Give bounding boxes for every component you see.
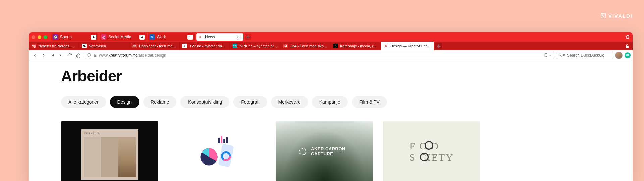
padlock-icon <box>93 53 97 57</box>
workspace-label: Social Media <box>108 35 137 39</box>
workspace-tab[interactable]: V Work 9 <box>148 33 195 41</box>
browser-window: ⚽ Sports 4 ◎ Social Media 4 V Work 9 K N… <box>29 32 633 181</box>
workspace-icon: ◎ <box>101 34 106 40</box>
tab-label: NRK.no – nyheter, tv og ra <box>239 44 277 48</box>
home-button[interactable] <box>74 51 83 59</box>
sync-indicator[interactable]: m <box>625 52 631 58</box>
svg-point-12 <box>305 152 306 153</box>
lock-icon <box>625 44 629 48</box>
workspace-tab[interactable]: ⚽ Sports 4 <box>51 33 98 41</box>
filter-pill[interactable]: Kampanje <box>312 96 348 108</box>
maximize-window-button[interactable] <box>44 35 47 39</box>
card-grid: CORNELIA <box>61 121 600 181</box>
new-tab-button[interactable] <box>435 43 442 49</box>
tab-bar: vg Nyheter fra Norges mest le N. Nettavi… <box>29 42 633 50</box>
card-brand-text: AKER CARBON CAPTURE <box>311 147 351 157</box>
filter-pill[interactable]: Konseptutvikling <box>180 96 229 108</box>
tab-label: Nettavisen <box>89 44 126 48</box>
filter-pill[interactable]: Merkevare <box>271 96 308 108</box>
svg-point-23 <box>299 152 300 152</box>
workspace-icon: ⚽ <box>53 34 58 40</box>
filter-pill[interactable]: Design <box>110 96 140 108</box>
bookmark-button[interactable] <box>544 53 552 57</box>
back-button[interactable] <box>31 51 39 59</box>
favicon: 2 <box>182 44 187 48</box>
svg-rect-7 <box>221 136 222 143</box>
logo-icon <box>298 146 308 157</box>
fast-forward-button[interactable] <box>57 51 65 59</box>
svg-point-19 <box>305 150 306 151</box>
favicon: K <box>333 44 338 48</box>
svg-rect-6 <box>218 138 220 143</box>
tab-label: E24 - Først med økonomin <box>290 44 328 48</box>
svg-point-21 <box>303 154 304 155</box>
search-engine-icon: ▾ <box>558 53 565 57</box>
card-caption: CORNELIA <box>84 132 136 135</box>
search-box[interactable]: ▾ <box>556 52 613 59</box>
workspace-count-badge: 4 <box>91 35 96 40</box>
svg-point-1 <box>559 54 561 56</box>
workspace-label: Sports <box>60 35 89 39</box>
svg-point-22 <box>301 154 301 155</box>
workspace-bar: ⚽ Sports 4 ◎ Social Media 4 V Work 9 K N… <box>29 32 633 42</box>
workspace-count-badge: 8 <box>236 35 241 40</box>
filter-pill[interactable]: Film & TV <box>352 96 387 108</box>
workspace-icon: K <box>198 34 203 40</box>
page-tab[interactable]: nrk NRK.no – nyheter, tv og ra <box>230 42 280 50</box>
window-controls <box>32 35 47 39</box>
work-card[interactable]: AKER CARBON CAPTURE <box>276 121 373 181</box>
workspace-count-badge: 4 <box>139 35 145 40</box>
work-card[interactable] <box>168 121 266 181</box>
favicon: 24 <box>283 44 288 48</box>
card-text-line: S CIETY <box>409 152 454 163</box>
page-tab[interactable]: K Kampanje - media, reklam <box>331 42 381 50</box>
page-tab[interactable]: 2 TV2.no - nyheter døgnet ru <box>180 42 230 50</box>
svg-point-10 <box>302 148 303 149</box>
svg-rect-9 <box>226 137 228 143</box>
shield-icon <box>87 53 91 57</box>
new-workspace-button[interactable] <box>245 34 251 40</box>
tab-label: Kampanje - media, reklam <box>340 44 378 48</box>
minimize-window-button[interactable] <box>38 35 41 39</box>
svg-rect-8 <box>223 139 225 143</box>
svg-point-16 <box>299 150 300 151</box>
work-card[interactable]: F O D S CIETY <box>383 121 480 181</box>
filter-pill[interactable]: Fotografi <box>233 96 267 108</box>
svg-point-18 <box>304 148 305 149</box>
workspace-label: Work <box>157 35 185 39</box>
workspace-icon: V <box>149 34 155 40</box>
tab-label: TV2.no - nyheter døgnet ru <box>189 44 227 48</box>
vivaldi-brand: VIVALDI <box>600 13 633 19</box>
svg-point-15 <box>299 153 300 154</box>
workspace-tab[interactable]: ◎ Social Media 4 <box>100 33 147 41</box>
close-window-button[interactable] <box>32 35 35 39</box>
workspace-label: News <box>205 35 234 39</box>
favicon: db <box>132 44 137 48</box>
svg-point-14 <box>302 154 303 155</box>
filter-pill[interactable]: Alle kategorier <box>61 96 106 108</box>
workspace-tab[interactable]: K News 8 <box>196 33 243 41</box>
svg-point-20 <box>305 153 306 154</box>
address-bar[interactable]: www.kreativtforum.no/arbeider/design <box>85 52 554 59</box>
workspace-count-badge: 9 <box>187 35 193 40</box>
favicon: nrk <box>233 44 237 48</box>
filter-pill[interactable]: Reklame <box>143 96 176 108</box>
reload-button[interactable] <box>66 51 74 59</box>
forward-button[interactable] <box>40 51 48 59</box>
profile-avatar[interactable] <box>615 52 623 59</box>
page-tab[interactable]: 24 E24 - Først med økonomin <box>280 42 331 50</box>
page-tab[interactable]: db Dagbladet - først med siste <box>129 42 180 50</box>
tab-label: Dagbladet - først med siste <box>139 44 177 48</box>
page-tab[interactable]: N. Nettavisen <box>79 42 129 50</box>
page-content: Arbeider Alle kategorierDesignReklameKon… <box>29 60 633 181</box>
page-tab[interactable]: vg Nyheter fra Norges mest le <box>29 42 79 50</box>
svg-rect-0 <box>601 13 606 18</box>
svg-rect-3 <box>218 144 234 167</box>
work-card[interactable]: CORNELIA <box>61 121 158 181</box>
rewind-button[interactable] <box>48 51 56 59</box>
trash-button[interactable] <box>625 35 630 39</box>
page-tab[interactable]: K Design — Kreativt Forum <box>381 42 434 50</box>
search-input[interactable] <box>567 53 617 58</box>
svg-point-17 <box>301 149 302 149</box>
filter-row: Alle kategorierDesignReklameKonseptutvik… <box>61 96 600 108</box>
